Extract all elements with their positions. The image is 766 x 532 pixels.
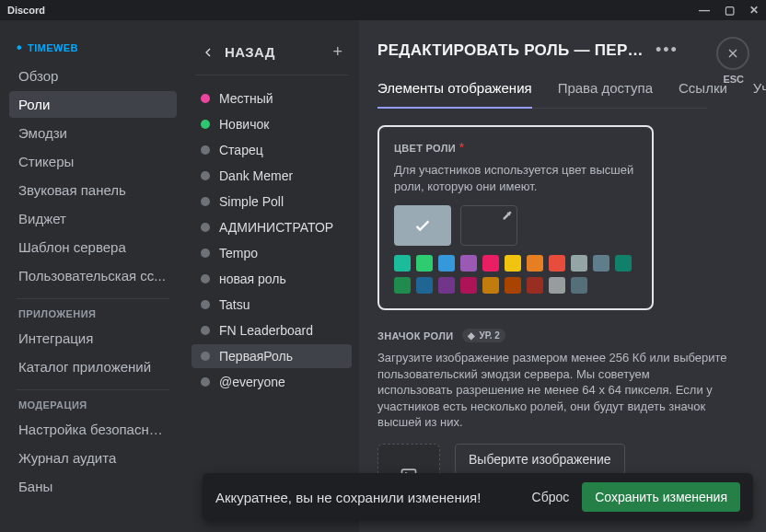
color-swatch[interactable]: [505, 277, 521, 294]
tab[interactable]: Уч: [753, 80, 766, 108]
tab[interactable]: Элементы отображения: [377, 80, 532, 109]
sidebar-item[interactable]: Шаблон сервера: [9, 234, 177, 260]
role-color-label: ЦВЕТ РОЛИ: [394, 143, 456, 154]
color-swatch[interactable]: [593, 255, 609, 272]
sidebar-item[interactable]: Интеграция: [9, 325, 177, 352]
color-swatch[interactable]: [394, 255, 411, 272]
role-item[interactable]: ПерваяРоль: [192, 344, 352, 368]
more-options[interactable]: •••: [656, 40, 679, 60]
role-item[interactable]: Tatsu: [192, 293, 352, 317]
level-badge: ◆ УР. 2: [462, 329, 505, 342]
sidebar-item[interactable]: Каталог приложений: [9, 353, 177, 380]
role-color-dot: [201, 249, 210, 258]
color-swatch[interactable]: [549, 255, 565, 272]
sidebar-item[interactable]: Эмодзи: [9, 120, 177, 146]
sidebar-item[interactable]: Стикеры: [9, 148, 177, 175]
role-label: Новичок: [219, 117, 269, 132]
unsaved-changes-toast: Аккуратнее, вы не сохранили изменения! С…: [203, 473, 753, 521]
sidebar-item[interactable]: Звуковая панель: [9, 177, 177, 203]
section-apps-label: ПРИЛОЖЕНИЯ: [18, 308, 168, 319]
color-swatch[interactable]: [482, 255, 499, 272]
server-settings-sidebar: TIMEWEB ОбзорРолиЭмодзиСтикерыЗвуковая п…: [0, 20, 184, 532]
sidebar-item[interactable]: Журнал аудита: [9, 445, 177, 471]
role-label: Местный: [219, 91, 273, 106]
gem-icon: ◆: [468, 330, 475, 341]
section-mod-label: МОДЕРАЦИЯ: [18, 399, 168, 411]
role-label: новая роль: [219, 272, 286, 286]
role-label: АДМИНИСТРАТОР: [219, 220, 333, 235]
add-role-button[interactable]: +: [332, 42, 342, 62]
color-swatch[interactable]: [571, 255, 587, 272]
color-swatch[interactable]: [416, 255, 433, 272]
page-title: РЕДАКТИРОВАТЬ РОЛЬ — ПЕРВАЯРО...: [377, 41, 644, 60]
role-color-dot: [201, 223, 210, 232]
sidebar-item[interactable]: Виджет: [9, 205, 177, 232]
color-swatch[interactable]: [460, 255, 477, 272]
tab[interactable]: Права доступа: [558, 80, 653, 108]
role-item[interactable]: новая роль: [192, 267, 352, 291]
role-label: Tatsu: [219, 297, 250, 312]
color-swatch[interactable]: [460, 277, 477, 294]
role-item[interactable]: Tempo: [192, 241, 352, 265]
color-swatch[interactable]: [394, 277, 411, 294]
sidebar-item[interactable]: Настройка безопасно...: [9, 416, 177, 443]
role-item[interactable]: Местный: [192, 87, 352, 110]
role-color-card: ЦВЕТ РОЛИ * Для участников используется …: [377, 125, 654, 310]
role-item[interactable]: Новичок: [192, 112, 352, 136]
close-button[interactable]: [716, 37, 749, 70]
role-color-dot: [201, 120, 210, 129]
role-color-dot: [201, 377, 210, 387]
color-swatch[interactable]: [527, 277, 543, 294]
default-color-swatch[interactable]: [394, 205, 451, 246]
role-label: @everyone: [219, 375, 285, 389]
role-item[interactable]: FN Leaderboard: [192, 318, 352, 342]
choose-image-button[interactable]: Выберите изображение: [455, 444, 625, 475]
window-minimize[interactable]: —: [699, 4, 710, 17]
role-color-desc: Для участников используется цвет высшей …: [394, 162, 637, 194]
role-item[interactable]: @everyone: [192, 370, 352, 394]
custom-color-swatch[interactable]: [460, 205, 517, 246]
color-swatch[interactable]: [438, 255, 455, 272]
esc-label: ESC: [723, 74, 744, 85]
role-label: FN Leaderboard: [219, 323, 313, 338]
reset-button[interactable]: Сброс: [532, 490, 570, 504]
roles-list-panel: НАЗАД + МестныйНовичокСтарецDank MemerSi…: [184, 20, 359, 532]
back-label[interactable]: НАЗАД: [225, 44, 275, 60]
role-label: Dank Memer: [219, 168, 293, 183]
color-swatch[interactable]: [571, 277, 587, 294]
sidebar-item[interactable]: Обзор: [9, 63, 177, 89]
role-label: Старец: [219, 143, 263, 157]
sidebar-item[interactable]: Пользовательская сс...: [9, 262, 177, 289]
color-swatch[interactable]: [416, 277, 433, 294]
role-item[interactable]: Старец: [192, 138, 352, 162]
role-item[interactable]: Dank Memer: [192, 164, 352, 188]
role-color-dot: [201, 171, 210, 180]
eyedropper-icon: [502, 210, 513, 221]
save-button[interactable]: Сохранить изменения: [582, 482, 740, 512]
sidebar-item[interactable]: Роли: [9, 91, 177, 118]
window-maximize[interactable]: ▢: [725, 4, 735, 17]
role-label: Simple Poll: [219, 194, 284, 209]
role-icon-label: ЗНАЧОК РОЛИ: [377, 330, 453, 341]
role-color-dot: [201, 145, 210, 155]
role-icon-desc: Загрузите изображение размером менее 256…: [377, 350, 727, 431]
sidebar-item[interactable]: Баны: [9, 473, 177, 500]
color-swatch[interactable]: [527, 255, 543, 272]
color-swatch[interactable]: [549, 277, 565, 294]
required-mark: *: [459, 140, 464, 155]
role-color-dot: [201, 326, 210, 335]
color-swatch[interactable]: [482, 277, 499, 294]
role-item[interactable]: АДМИНИСТРАТОР: [192, 215, 352, 239]
back-icon[interactable]: [201, 45, 215, 60]
role-color-dot: [201, 94, 210, 103]
color-swatch[interactable]: [615, 255, 632, 272]
color-swatch[interactable]: [505, 255, 521, 272]
tab[interactable]: Ссылки: [679, 80, 727, 108]
app-name: Discord: [7, 5, 45, 16]
window-close[interactable]: ✕: [749, 4, 759, 17]
role-label: Tempo: [219, 246, 258, 260]
role-color-dot: [201, 352, 210, 361]
role-item[interactable]: Simple Poll: [192, 190, 352, 214]
toast-message: Аккуратнее, вы не сохранили изменения!: [215, 490, 481, 505]
color-swatch[interactable]: [438, 277, 455, 294]
